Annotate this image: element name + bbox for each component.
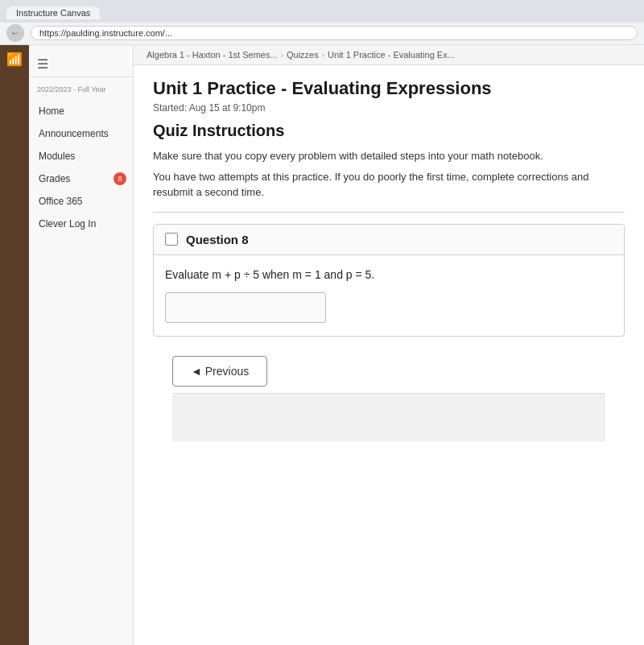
app-container: 📶 ☰ 2022/2023 - Full Year Home Announcem… xyxy=(0,45,644,645)
wifi-icon: 📶 xyxy=(6,52,23,67)
sidebar-item-home-label: Home xyxy=(39,105,64,117)
breadcrumb-sep-1: › xyxy=(281,51,283,60)
sidebar-item-grades[interactable]: Grades 8 xyxy=(29,167,133,190)
browser-chrome: Instructure Canvas ← https://paulding.in… xyxy=(0,0,644,45)
sidebar-item-office365[interactable]: Office 365 xyxy=(29,190,133,213)
page-title: Unit 1 Practice - Evaluating Expressions xyxy=(153,78,625,99)
breadcrumb: Algebra 1 - Haxton - 1st Semes... › Quiz… xyxy=(134,45,644,65)
sidebar-header: ☰ xyxy=(29,52,133,77)
quiz-instructions-heading: Quiz Instructions xyxy=(153,122,625,140)
grades-badge: 8 xyxy=(114,172,126,185)
main-inner: Unit 1 Practice - Evaluating Expressions… xyxy=(134,65,644,454)
question-header: Question 8 xyxy=(154,225,624,255)
section-divider xyxy=(153,212,625,213)
breadcrumb-item-3[interactable]: Unit 1 Practice - Evaluating Ex... xyxy=(328,50,455,60)
sidebar-item-clever[interactable]: Clever Log In xyxy=(29,213,133,235)
breadcrumb-item-2[interactable]: Quizzes xyxy=(287,50,319,60)
sidebar-item-grades-label: Grades xyxy=(39,173,70,184)
question-text: Evaluate m + p ÷ 5 when m = 1 and p = 5. xyxy=(165,268,613,281)
bottom-partial-content xyxy=(172,393,605,441)
nav-buttons: ◄ Previous xyxy=(153,349,625,393)
instructions-text-2: You have two attempts at this practice. … xyxy=(153,169,625,201)
answer-input-box[interactable] xyxy=(165,292,326,323)
back-button[interactable]: ← xyxy=(6,24,24,42)
question-card: Question 8 Evaluate m + p ÷ 5 when m = 1… xyxy=(153,224,625,337)
hamburger-icon[interactable]: ☰ xyxy=(37,56,48,72)
address-bar[interactable]: https://paulding.instructure.com/... xyxy=(31,26,638,40)
sidebar-item-home[interactable]: Home xyxy=(29,100,133,122)
previous-button[interactable]: ◄ Previous xyxy=(172,356,267,387)
browser-tabs: Instructure Canvas xyxy=(0,0,644,23)
left-panel: 📶 xyxy=(0,45,29,645)
sidebar-item-modules[interactable]: Modules xyxy=(29,145,133,167)
sidebar-item-clever-label: Clever Log In xyxy=(39,218,96,229)
sidebar-item-office365-label: Office 365 xyxy=(39,196,82,207)
question-body: Evaluate m + p ÷ 5 when m = 1 and p = 5. xyxy=(154,255,624,336)
browser-addressbar: ← https://paulding.instructure.com/... xyxy=(0,23,644,45)
sidebar-course-year: 2022/2023 - Full Year xyxy=(29,82,133,97)
instructions-text-1: Make sure that you copy every problem wi… xyxy=(153,148,625,164)
started-info: Started: Aug 15 at 9:10pm xyxy=(153,102,625,114)
sidebar-item-announcements-label: Announcements xyxy=(39,128,109,139)
breadcrumb-item-1[interactable]: Algebra 1 - Haxton - 1st Semes... xyxy=(147,50,278,60)
question-label: Question 8 xyxy=(186,233,249,246)
browser-tab[interactable]: Instructure Canvas xyxy=(6,6,100,19)
breadcrumb-sep-2: › xyxy=(322,51,324,60)
sidebar-item-announcements[interactable]: Announcements xyxy=(29,122,133,145)
sidebar: ☰ 2022/2023 - Full Year Home Announcemen… xyxy=(29,45,134,645)
sidebar-item-modules-label: Modules xyxy=(39,151,75,162)
question-checkbox[interactable] xyxy=(165,233,178,246)
main-content: Algebra 1 - Haxton - 1st Semes... › Quiz… xyxy=(134,45,644,645)
